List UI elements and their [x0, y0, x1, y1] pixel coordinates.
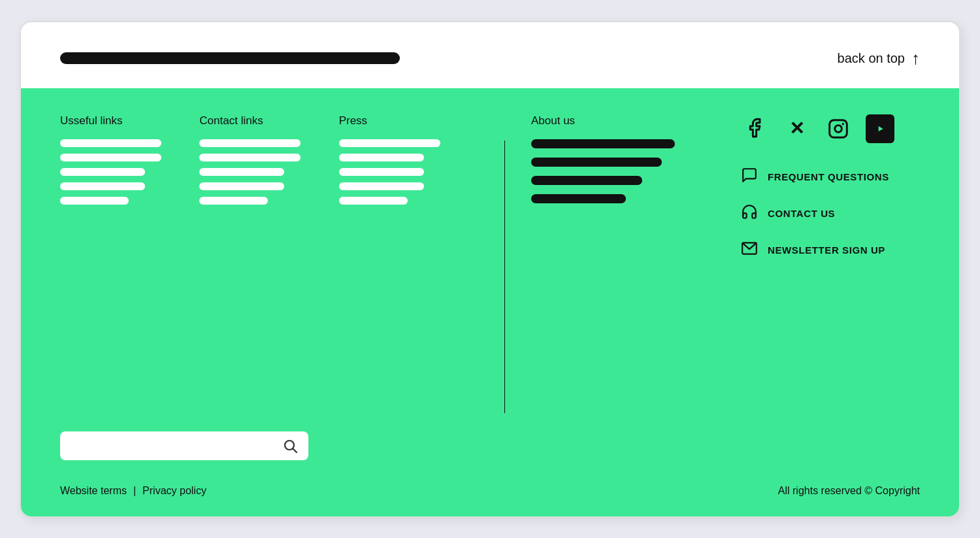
back-on-top-button[interactable]: back on top ↑: [838, 48, 920, 69]
footer-bottom: Website terms | Privacy policy All right…: [60, 467, 920, 497]
mail-icon: [740, 240, 759, 261]
about-line: [531, 194, 626, 203]
list-item[interactable]: [60, 197, 129, 205]
contact-links-items: [199, 139, 338, 205]
search-input[interactable]: [71, 440, 282, 452]
contact-label: CONTACT US: [768, 208, 835, 219]
youtube-icon[interactable]: [866, 114, 894, 143]
logo-bar: [60, 52, 400, 64]
list-item[interactable]: [199, 154, 301, 161]
about-line: [531, 158, 662, 167]
footer-separator: |: [133, 485, 136, 497]
list-item[interactable]: [339, 168, 424, 176]
faq-link[interactable]: FREQUENT QUESTIONS: [740, 167, 889, 188]
chat-icon: [740, 167, 759, 188]
social-icons: ✕: [740, 114, 894, 143]
contact-links-col: Contact links: [199, 114, 338, 413]
top-section: back on top ↑: [21, 22, 959, 88]
copyright-text: All rights reserved © Copyright: [778, 485, 920, 497]
privacy-link[interactable]: Privacy policy: [142, 485, 206, 497]
headphones-icon: [740, 203, 759, 224]
press-title: Press: [339, 114, 478, 127]
vertical-divider: [504, 141, 505, 413]
list-item[interactable]: [60, 154, 161, 161]
list-item[interactable]: [339, 139, 440, 147]
green-footer: Usseful links Contact links: [21, 88, 959, 516]
press-col: Press: [339, 114, 478, 413]
list-item[interactable]: [199, 168, 284, 176]
list-item[interactable]: [199, 197, 268, 205]
list-item[interactable]: [60, 182, 145, 190]
search-button[interactable]: [282, 438, 298, 454]
links-area: Usseful links Contact links: [60, 114, 478, 413]
help-links: FREQUENT QUESTIONS CONTACT US: [740, 167, 889, 261]
arrow-up-icon: ↑: [911, 48, 920, 69]
newsletter-link[interactable]: NEWSLETTER SIGN UP: [740, 240, 889, 261]
terms-link[interactable]: Website terms: [60, 485, 127, 497]
facebook-icon[interactable]: [740, 114, 769, 143]
list-item[interactable]: [60, 168, 145, 176]
page-card: back on top ↑ Usseful links: [20, 21, 960, 518]
about-text-bars: [531, 139, 701, 203]
search-icon: [282, 438, 298, 454]
list-item[interactable]: [199, 139, 301, 147]
svg-line-6: [293, 448, 297, 452]
list-item[interactable]: [339, 197, 408, 205]
about-title: About us: [531, 114, 701, 127]
faq-label: FREQUENT QUESTIONS: [768, 171, 889, 182]
right-col: ✕: [701, 114, 920, 413]
search-box: [60, 431, 308, 460]
search-area: [60, 431, 920, 460]
back-on-top-label: back on top: [838, 51, 905, 66]
list-item[interactable]: [339, 154, 424, 161]
useful-links-title: Usseful links: [60, 114, 199, 127]
footer-main: Usseful links Contact links: [60, 114, 920, 413]
instagram-icon[interactable]: [824, 114, 853, 143]
contact-link[interactable]: CONTACT US: [740, 203, 889, 224]
footer-links: Website terms | Privacy policy: [60, 485, 206, 497]
list-item[interactable]: [339, 182, 424, 190]
about-col: About us: [531, 114, 701, 413]
contact-links-title: Contact links: [199, 114, 338, 127]
newsletter-label: NEWSLETTER SIGN UP: [768, 244, 885, 256]
about-line: [531, 176, 642, 185]
press-items: [339, 139, 478, 205]
list-item[interactable]: [199, 182, 284, 190]
useful-links-col: Usseful links: [60, 114, 199, 413]
list-item[interactable]: [60, 139, 161, 147]
useful-links-items: [60, 139, 199, 205]
about-line: [531, 139, 675, 148]
x-twitter-icon[interactable]: ✕: [782, 114, 811, 143]
svg-rect-0: [830, 120, 847, 137]
